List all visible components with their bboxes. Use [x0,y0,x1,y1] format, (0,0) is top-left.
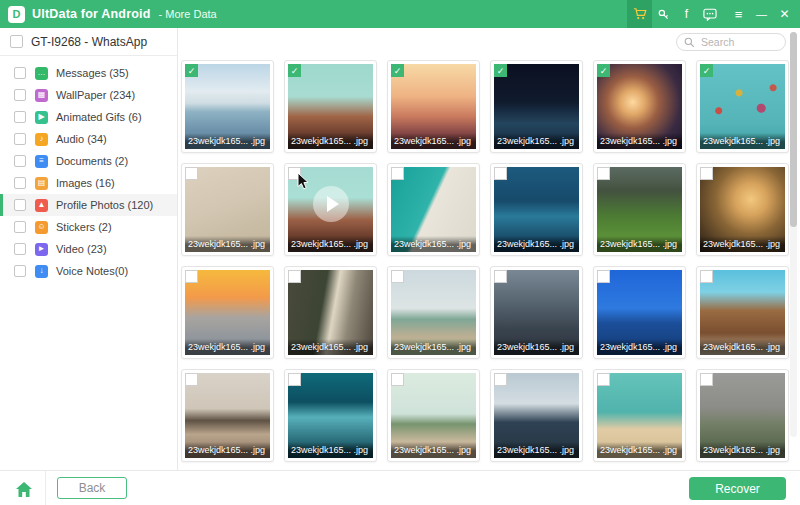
photo-thumbnail[interactable]: 23wekjdk165... .jpg [387,369,480,462]
photo-thumbnail[interactable]: 23wekjdk165... .jpg [593,369,686,462]
photo-checkbox[interactable] [597,373,610,386]
photo-checkbox[interactable] [494,373,507,386]
photo-thumbnail[interactable]: ✓ 23wekjdk165... .jpg [593,60,686,153]
photo-thumbnail[interactable]: 23wekjdk165... .jpg [490,369,583,462]
photo-image[interactable]: 23wekjdk165... .jpg [700,270,785,355]
photo-checkbox[interactable] [391,270,404,283]
photo-thumbnail[interactable]: 23wekjdk165... .jpg [181,266,274,359]
photo-image[interactable]: 23wekjdk165... .jpg [391,270,476,355]
sidebar-category-item[interactable]: ► Video (23) [0,238,177,260]
photo-image[interactable]: 23wekjdk165... .jpg [700,373,785,458]
recover-button[interactable]: Recover [689,477,786,500]
photo-image[interactable]: 23wekjdk165... .jpg [494,167,579,252]
cart-icon[interactable] [627,0,652,28]
photo-thumbnail[interactable]: ✓ 23wekjdk165... .jpg [284,60,377,153]
photo-thumbnail[interactable]: ✓ 23wekjdk165... .jpg [181,60,274,153]
photo-image[interactable]: ✓ 23wekjdk165... .jpg [494,64,579,149]
photo-thumbnail[interactable]: 23wekjdk165... .jpg [387,266,480,359]
photo-thumbnail[interactable]: 23wekjdk165... .jpg [696,369,789,462]
sidebar-category-item[interactable]: ▲ Profile Photos (120) [0,194,177,216]
category-checkbox[interactable] [14,265,26,277]
scrollbar-thumb[interactable] [790,32,797,227]
photo-image[interactable]: ✓ 23wekjdk165... .jpg [185,64,270,149]
photo-checkbox[interactable]: ✓ [288,64,301,77]
photo-checkbox[interactable] [494,167,507,180]
sidebar-category-item[interactable]: … Messages (35) [0,62,177,84]
photo-thumbnail[interactable]: ✓ 23wekjdk165... .jpg [490,60,583,153]
photo-thumbnail[interactable]: ✓ 23wekjdk165... .jpg [696,60,789,153]
photo-checkbox[interactable]: ✓ [391,64,404,77]
category-checkbox[interactable] [14,133,26,145]
photo-checkbox[interactable] [288,270,301,283]
select-all-checkbox[interactable] [10,35,23,48]
photo-image[interactable]: 23wekjdk165... .jpg [597,373,682,458]
close-icon[interactable]: ✕ [773,0,796,28]
photo-image[interactable]: 23wekjdk165... .jpg [494,373,579,458]
photo-thumbnail[interactable]: 23wekjdk165... .jpg [490,163,583,256]
photo-image[interactable]: 23wekjdk165... .jpg [597,270,682,355]
sidebar-category-item[interactable]: ▦ WallPaper (234) [0,84,177,106]
photo-checkbox[interactable] [494,270,507,283]
photo-checkbox[interactable] [700,373,713,386]
photo-checkbox[interactable] [288,373,301,386]
photo-thumbnail[interactable]: 23wekjdk165... .jpg [490,266,583,359]
photo-thumbnail[interactable]: 23wekjdk165... .jpg [284,163,377,256]
photo-thumbnail[interactable]: 23wekjdk165... .jpg [181,163,274,256]
photo-checkbox[interactable] [391,167,404,180]
photo-image[interactable]: 23wekjdk165... .jpg [185,167,270,252]
photo-checkbox[interactable]: ✓ [185,64,198,77]
photo-image[interactable]: ✓ 23wekjdk165... .jpg [391,64,476,149]
photo-thumbnail[interactable]: 23wekjdk165... .jpg [593,266,686,359]
photo-image[interactable]: 23wekjdk165... .jpg [288,270,373,355]
category-checkbox[interactable] [14,111,26,123]
scrollbar[interactable] [790,32,797,437]
photo-thumbnail[interactable]: 23wekjdk165... .jpg [284,369,377,462]
home-button[interactable] [14,479,34,499]
play-icon[interactable] [313,186,349,222]
photo-image[interactable]: 23wekjdk165... .jpg [494,270,579,355]
photo-checkbox[interactable]: ✓ [494,64,507,77]
sidebar-category-item[interactable]: ↓ Voice Notes(0) [0,260,177,282]
feedback-icon[interactable] [698,0,721,28]
category-checkbox[interactable] [14,67,26,79]
photo-thumbnail[interactable]: 23wekjdk165... .jpg [387,163,480,256]
photo-image[interactable]: ✓ 23wekjdk165... .jpg [288,64,373,149]
photo-checkbox[interactable] [597,270,610,283]
category-checkbox[interactable] [14,199,26,211]
sidebar-category-item[interactable]: ▤ Images (16) [0,172,177,194]
sidebar-category-item[interactable]: ♪ Audio (34) [0,128,177,150]
search-input[interactable] [699,35,779,49]
photo-checkbox[interactable]: ✓ [700,64,713,77]
photo-image[interactable]: ✓ 23wekjdk165... .jpg [700,64,785,149]
photo-checkbox[interactable] [185,270,198,283]
minimize-icon[interactable]: — [750,0,773,28]
photo-thumbnail[interactable]: 23wekjdk165... .jpg [284,266,377,359]
photo-image[interactable]: 23wekjdk165... .jpg [185,373,270,458]
photo-checkbox[interactable] [597,167,610,180]
category-checkbox[interactable] [14,243,26,255]
photo-image[interactable]: 23wekjdk165... .jpg [185,270,270,355]
sidebar-category-item[interactable]: ▶ Animated Gifs (6) [0,106,177,128]
register-key-icon[interactable] [652,0,675,28]
sidebar-category-item[interactable]: ☺ Stickers (2) [0,216,177,238]
sidebar-category-item[interactable]: ≡ Documents (2) [0,150,177,172]
photo-image[interactable]: 23wekjdk165... .jpg [391,373,476,458]
photo-checkbox[interactable] [700,270,713,283]
category-checkbox[interactable] [14,89,26,101]
photo-image[interactable]: 23wekjdk165... .jpg [597,167,682,252]
photo-thumbnail[interactable]: ✓ 23wekjdk165... .jpg [387,60,480,153]
search-box[interactable] [676,33,786,51]
photo-image[interactable]: 23wekjdk165... .jpg [391,167,476,252]
menu-icon[interactable]: ≡ [727,0,750,28]
photo-thumbnail[interactable]: 23wekjdk165... .jpg [696,163,789,256]
category-checkbox[interactable] [14,177,26,189]
category-checkbox[interactable] [14,155,26,167]
photo-checkbox[interactable] [185,373,198,386]
photo-thumbnail[interactable]: 23wekjdk165... .jpg [593,163,686,256]
back-button[interactable]: Back [57,477,127,499]
photo-thumbnail[interactable]: 23wekjdk165... .jpg [181,369,274,462]
photo-checkbox[interactable]: ✓ [597,64,610,77]
photo-image[interactable]: 23wekjdk165... .jpg [288,167,373,252]
photo-checkbox[interactable] [185,167,198,180]
photo-checkbox[interactable] [700,167,713,180]
